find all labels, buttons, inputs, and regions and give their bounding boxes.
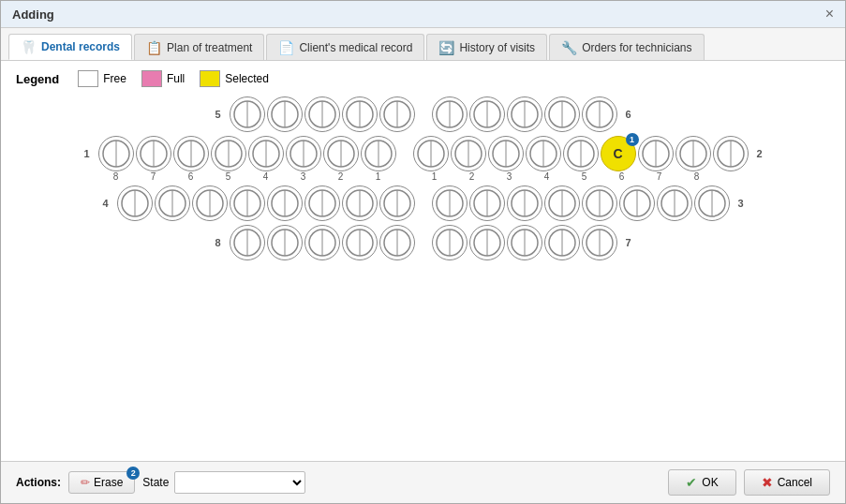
tooth[interactable]: [323, 136, 359, 171]
state-label: State: [142, 476, 169, 489]
erase-badge: 2: [126, 467, 140, 480]
dialog: Adding × 🦷 Dental records 📋 Plan of trea…: [0, 0, 846, 504]
tooth[interactable]: [248, 136, 284, 171]
tooth-col: [713, 136, 749, 171]
tooth[interactable]: [304, 225, 340, 260]
erase-icon: ✏: [81, 476, 90, 489]
tooth[interactable]: [98, 136, 134, 171]
tooth[interactable]: [230, 225, 265, 260]
tooth[interactable]: [507, 225, 542, 260]
num-4l: 4: [248, 171, 284, 182]
num-2l: 2: [323, 171, 359, 182]
tooth[interactable]: [117, 185, 153, 221]
tooth[interactable]: [507, 185, 542, 221]
tooth[interactable]: [304, 96, 340, 132]
lower-main-row-wrapper: 4: [98, 185, 749, 221]
tab-history[interactable]: 🔄 History of visits: [426, 34, 547, 60]
tab-orders[interactable]: 🔧 Orders for technicians: [549, 34, 704, 60]
tooth[interactable]: [230, 96, 265, 132]
upper-nums-right: 1 2 3 4 5 6 7 8: [417, 171, 715, 182]
cancel-button[interactable]: ✖ Cancel: [744, 469, 830, 496]
tooth[interactable]: [192, 185, 228, 221]
state-select[interactable]: [174, 471, 305, 494]
tooth-col: [619, 185, 655, 221]
tooth[interactable]: [638, 136, 674, 171]
erase-label: Erase: [94, 476, 123, 489]
tooth[interactable]: [379, 225, 415, 260]
tooth[interactable]: [413, 136, 449, 171]
tooth-col: [657, 185, 692, 221]
upper-main-row: 1: [80, 136, 767, 171]
tooth[interactable]: [488, 136, 524, 171]
tooth[interactable]: [379, 96, 415, 132]
num-5r: 5: [567, 171, 602, 182]
tooth[interactable]: [432, 185, 468, 221]
tab-medical[interactable]: 📄 Client's medical record: [266, 34, 424, 60]
ok-icon: ✔: [686, 475, 697, 490]
tab-bar: 🦷 Dental records 📋 Plan of treatment 📄 C…: [1, 28, 845, 61]
tooth[interactable]: [432, 225, 468, 260]
tooth[interactable]: [619, 185, 655, 221]
dialog-buttons: ✔ OK ✖ Cancel: [668, 469, 830, 496]
tooth[interactable]: [432, 96, 468, 132]
ok-button[interactable]: ✔ OK: [668, 469, 735, 496]
tooth-col: [211, 136, 246, 171]
tooth-col: [304, 96, 340, 132]
tooth[interactable]: [544, 225, 580, 260]
tooth[interactable]: [342, 225, 378, 260]
tooth-col: [155, 185, 190, 221]
tooth[interactable]: [379, 185, 415, 221]
tooth[interactable]: [267, 185, 303, 221]
tooth[interactable]: [582, 185, 617, 221]
tooth-col: [230, 185, 265, 221]
tooth-col: [469, 225, 505, 260]
erase-button[interactable]: ✏ Erase 2: [68, 471, 135, 494]
tooth[interactable]: [582, 96, 617, 132]
tooth[interactable]: [713, 136, 749, 171]
tooth[interactable]: [267, 225, 303, 260]
close-button[interactable]: ×: [825, 7, 834, 22]
num-6r: 6: [604, 171, 640, 182]
tooth[interactable]: [507, 96, 542, 132]
tooth[interactable]: [230, 185, 265, 221]
bottom-bar: Actions: ✏ Erase 2 State ✔ OK ✖ Cancel: [1, 461, 845, 503]
tooth[interactable]: [694, 185, 730, 221]
tooth-col: [342, 96, 378, 132]
upper-main-teeth: C 1: [98, 136, 749, 171]
tooth[interactable]: [361, 136, 396, 171]
tooth[interactable]: [342, 96, 378, 132]
tooth[interactable]: [675, 136, 711, 171]
tooth-col: [98, 136, 134, 171]
tooth[interactable]: [451, 136, 486, 171]
tooth[interactable]: [304, 185, 340, 221]
tooth[interactable]: [211, 136, 246, 171]
tooth-col: [675, 136, 711, 171]
legend-free: Free: [78, 70, 126, 87]
tooth[interactable]: [286, 136, 321, 171]
tooth-col: [582, 185, 617, 221]
tooth[interactable]: [469, 96, 505, 132]
tooth[interactable]: [342, 185, 378, 221]
num-7l: 7: [136, 171, 171, 182]
tooth[interactable]: [526, 136, 561, 171]
selected-tooth[interactable]: C 1: [601, 136, 636, 171]
label-4left: 4: [98, 198, 113, 209]
tab-dental[interactable]: 🦷 Dental records: [8, 34, 132, 60]
tooth-col: [379, 96, 415, 132]
upper-right-secondary: [432, 96, 617, 132]
tooth[interactable]: [267, 96, 303, 132]
tooth[interactable]: [155, 185, 190, 221]
num-6l: 6: [173, 171, 209, 182]
tooth[interactable]: [136, 136, 171, 171]
tooth[interactable]: [173, 136, 209, 171]
tooth[interactable]: [657, 185, 692, 221]
tooth[interactable]: [544, 96, 580, 132]
tooth[interactable]: [563, 136, 599, 171]
tooth[interactable]: [582, 225, 617, 260]
tooth[interactable]: [469, 225, 505, 260]
tooth[interactable]: [544, 185, 580, 221]
selected-tooth-label: C: [613, 146, 622, 161]
tab-plan[interactable]: 📋 Plan of treatment: [134, 34, 264, 60]
label-6: 6: [621, 109, 636, 120]
tooth[interactable]: [469, 185, 505, 221]
